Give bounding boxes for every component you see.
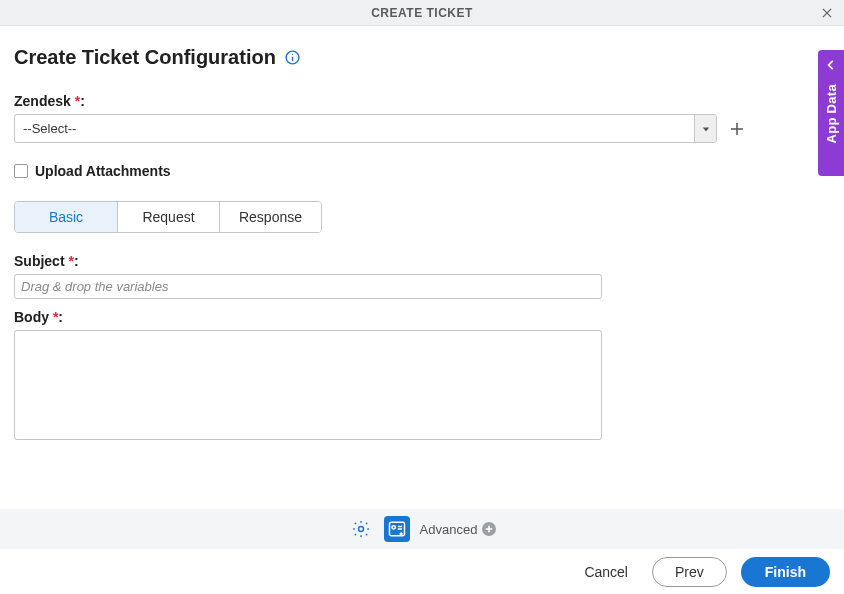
svg-marker-5 — [702, 127, 708, 131]
svg-point-10 — [392, 526, 395, 529]
upload-attachments-label: Upload Attachments — [35, 163, 171, 179]
subject-input[interactable] — [14, 274, 602, 299]
plus-icon — [728, 120, 746, 138]
tab-request[interactable]: Request — [117, 202, 219, 232]
prev-button[interactable]: Prev — [652, 557, 727, 587]
settings-button[interactable] — [348, 516, 374, 542]
info-icon — [284, 49, 301, 66]
app-data-panel-toggle[interactable]: App Data — [818, 50, 844, 176]
cancel-button[interactable]: Cancel — [574, 558, 638, 586]
body-label: Body *: — [14, 309, 830, 325]
upload-attachments-checkbox[interactable] — [14, 164, 28, 178]
tab-basic[interactable]: Basic — [15, 202, 117, 232]
modal-header: CREATE TICKET — [0, 0, 844, 26]
subject-label: Subject *: — [14, 253, 830, 269]
form-view-button[interactable] — [384, 516, 410, 542]
page-title: Create Ticket Configuration — [14, 46, 276, 69]
tab-response[interactable]: Response — [219, 202, 321, 232]
chevron-left-icon — [824, 58, 838, 72]
advanced-label: Advanced — [420, 522, 478, 537]
svg-point-4 — [292, 54, 293, 55]
bottom-toolbar: Advanced — [0, 509, 844, 549]
caret-down-icon — [702, 125, 710, 133]
add-zendesk-button[interactable] — [727, 119, 747, 139]
finish-button[interactable]: Finish — [741, 557, 830, 587]
footer: Cancel Prev Finish — [0, 549, 844, 594]
body-textarea[interactable] — [14, 330, 602, 440]
gear-icon — [351, 519, 371, 539]
svg-point-8 — [358, 527, 363, 532]
advanced-toggle[interactable]: Advanced — [420, 522, 497, 537]
zendesk-label: Zendesk *: — [14, 93, 830, 109]
config-tabs: Basic Request Response — [14, 201, 322, 233]
zendesk-select-trigger[interactable] — [694, 115, 716, 142]
form-icon — [387, 519, 407, 539]
zendesk-select-value: --Select-- — [15, 121, 76, 136]
close-button[interactable] — [818, 4, 836, 22]
advanced-plus-icon — [482, 522, 496, 536]
app-data-label: App Data — [824, 84, 839, 143]
zendesk-select[interactable]: --Select-- — [14, 114, 717, 143]
close-icon — [820, 6, 834, 20]
plus-icon — [485, 525, 493, 533]
info-button[interactable] — [284, 49, 301, 66]
modal-title: CREATE TICKET — [371, 6, 473, 20]
